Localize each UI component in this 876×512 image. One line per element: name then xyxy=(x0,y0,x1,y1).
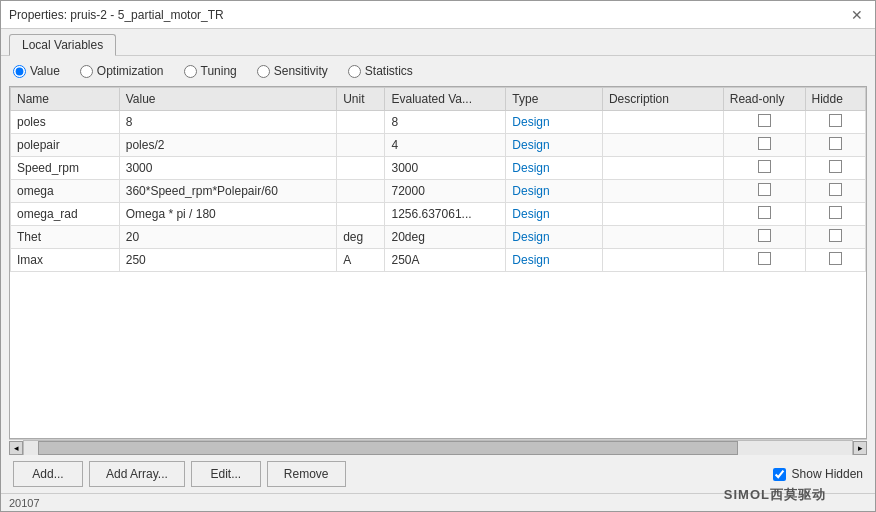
table-cell: Design xyxy=(506,134,603,157)
col-type: Type xyxy=(506,88,603,111)
readonly-checkbox[interactable] xyxy=(758,137,771,150)
table-cell: 72000 xyxy=(385,180,506,203)
table-cell xyxy=(602,134,723,157)
hidden-checkbox[interactable] xyxy=(829,137,842,150)
radio-statistics-item[interactable]: Statistics xyxy=(348,64,413,78)
scroll-left-arrow[interactable]: ◂ xyxy=(9,441,23,455)
table-cell: 360*Speed_rpm*Polepair/60 xyxy=(119,180,336,203)
table-cell[interactable] xyxy=(805,111,865,134)
readonly-checkbox[interactable] xyxy=(758,252,771,265)
table-cell xyxy=(602,180,723,203)
hidden-checkbox[interactable] xyxy=(829,229,842,242)
radio-sensitivity-input[interactable] xyxy=(257,65,270,78)
table-cell[interactable] xyxy=(723,134,805,157)
table-row[interactable]: polepairpoles/24Design xyxy=(11,134,866,157)
table-cell: 250A xyxy=(385,249,506,272)
table-cell[interactable] xyxy=(723,111,805,134)
table-cell: Design xyxy=(506,203,603,226)
table-cell: Design xyxy=(506,111,603,134)
radio-bar: Value Optimization Tuning Sensitivity St… xyxy=(1,56,875,86)
show-hidden-checkbox[interactable] xyxy=(773,468,786,481)
add-button[interactable]: Add... xyxy=(13,461,83,487)
scroll-right-arrow[interactable]: ▸ xyxy=(853,441,867,455)
table-cell xyxy=(602,111,723,134)
hidden-checkbox[interactable] xyxy=(829,252,842,265)
radio-optimization-item[interactable]: Optimization xyxy=(80,64,164,78)
radio-statistics-label: Statistics xyxy=(365,64,413,78)
remove-button[interactable]: Remove xyxy=(267,461,346,487)
table-cell: Design xyxy=(506,226,603,249)
table-cell: 250 xyxy=(119,249,336,272)
table-header-row: Name Value Unit Evaluated Va... Type Des… xyxy=(11,88,866,111)
table-cell[interactable] xyxy=(723,157,805,180)
radio-optimization-label: Optimization xyxy=(97,64,164,78)
radio-value-item[interactable]: Value xyxy=(13,64,60,78)
table-row[interactable]: Speed_rpm30003000Design xyxy=(11,157,866,180)
radio-value-input[interactable] xyxy=(13,65,26,78)
readonly-checkbox[interactable] xyxy=(758,229,771,242)
main-window: Properties: pruis-2 - 5_partial_motor_TR… xyxy=(0,0,876,512)
readonly-checkbox[interactable] xyxy=(758,160,771,173)
table-cell xyxy=(337,134,385,157)
edit-button[interactable]: Edit... xyxy=(191,461,261,487)
table-cell: Thet xyxy=(11,226,120,249)
show-hidden-label: Show Hidden xyxy=(792,467,863,481)
table-cell: deg xyxy=(337,226,385,249)
table-cell[interactable] xyxy=(723,249,805,272)
readonly-checkbox[interactable] xyxy=(758,206,771,219)
table-cell[interactable] xyxy=(805,180,865,203)
table-cell: Omega * pi / 180 xyxy=(119,203,336,226)
table-row[interactable]: Thet20deg20degDesign xyxy=(11,226,866,249)
add-array-button[interactable]: Add Array... xyxy=(89,461,185,487)
hidden-checkbox[interactable] xyxy=(829,206,842,219)
table-row[interactable]: omega_radOmega * pi / 1801256.637061...D… xyxy=(11,203,866,226)
table-cell: omega_rad xyxy=(11,203,120,226)
readonly-checkbox[interactable] xyxy=(758,183,771,196)
table-cell[interactable] xyxy=(805,249,865,272)
table-cell xyxy=(337,180,385,203)
watermark: SIMOL西莫驱动 xyxy=(724,486,826,504)
close-button[interactable]: ✕ xyxy=(847,7,867,23)
horizontal-scrollbar[interactable]: ◂ ▸ xyxy=(9,439,867,455)
variables-table-container[interactable]: Name Value Unit Evaluated Va... Type Des… xyxy=(9,86,867,439)
table-cell: 20 xyxy=(119,226,336,249)
hidden-checkbox[interactable] xyxy=(829,114,842,127)
table-cell xyxy=(602,157,723,180)
hidden-checkbox[interactable] xyxy=(829,160,842,173)
col-description: Description xyxy=(602,88,723,111)
radio-optimization-input[interactable] xyxy=(80,65,93,78)
table-cell: 8 xyxy=(385,111,506,134)
table-cell: Speed_rpm xyxy=(11,157,120,180)
table-cell xyxy=(602,203,723,226)
radio-sensitivity-item[interactable]: Sensitivity xyxy=(257,64,328,78)
table-cell[interactable] xyxy=(805,226,865,249)
tab-local-variables[interactable]: Local Variables xyxy=(9,34,116,56)
radio-tuning-input[interactable] xyxy=(184,65,197,78)
table-row[interactable]: Imax250A250ADesign xyxy=(11,249,866,272)
table-cell: polepair xyxy=(11,134,120,157)
table-row[interactable]: poles88Design xyxy=(11,111,866,134)
tab-bar: Local Variables xyxy=(1,29,875,56)
scroll-track[interactable] xyxy=(23,440,853,456)
table-cell[interactable] xyxy=(805,134,865,157)
table-cell: 3000 xyxy=(119,157,336,180)
table-row[interactable]: omega360*Speed_rpm*Polepair/6072000Desig… xyxy=(11,180,866,203)
title-bar: Properties: pruis-2 - 5_partial_motor_TR… xyxy=(1,1,875,29)
table-cell[interactable] xyxy=(723,226,805,249)
col-evaluated: Evaluated Va... xyxy=(385,88,506,111)
radio-tuning-item[interactable]: Tuning xyxy=(184,64,237,78)
table-cell xyxy=(602,249,723,272)
table-cell[interactable] xyxy=(805,157,865,180)
table-cell: Design xyxy=(506,249,603,272)
table-cell[interactable] xyxy=(723,180,805,203)
table-cell[interactable] xyxy=(723,203,805,226)
table-cell: poles xyxy=(11,111,120,134)
col-hidden: Hidde xyxy=(805,88,865,111)
radio-statistics-input[interactable] xyxy=(348,65,361,78)
hidden-checkbox[interactable] xyxy=(829,183,842,196)
table-cell[interactable] xyxy=(805,203,865,226)
scroll-thumb[interactable] xyxy=(38,441,738,455)
readonly-checkbox[interactable] xyxy=(758,114,771,127)
show-hidden-area: Show Hidden xyxy=(773,467,863,481)
variables-table: Name Value Unit Evaluated Va... Type Des… xyxy=(10,87,866,272)
